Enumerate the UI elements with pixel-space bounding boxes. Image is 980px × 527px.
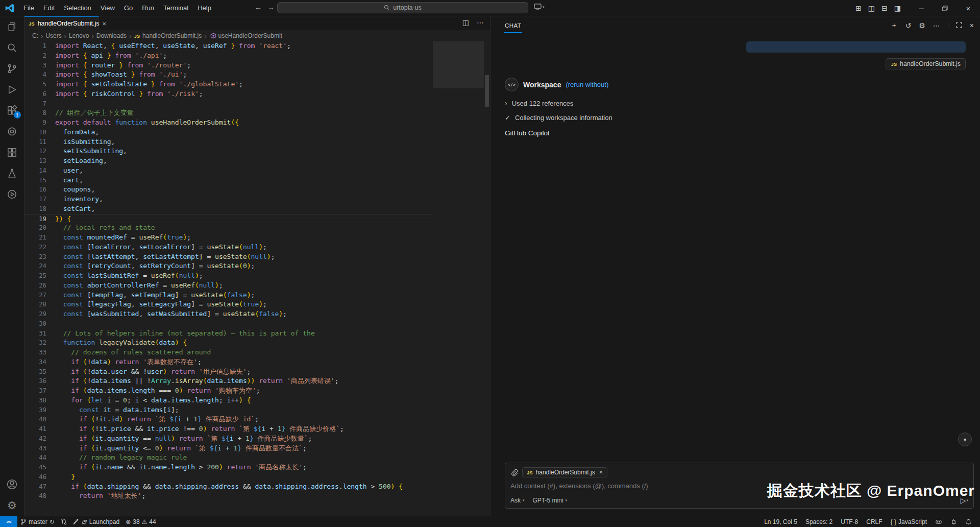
code-line[interactable]: 36 if (!data.items || !Array.isArray(dat… [24, 376, 433, 386]
minimap[interactable] [433, 41, 484, 516]
code-line[interactable]: 23 const [lastAttempt, setLastAttempt] =… [24, 252, 433, 262]
breadcrumb-item[interactable]: handleOrderSubmit.js [142, 32, 202, 39]
code-line[interactable]: 46 } [24, 472, 433, 482]
code-line[interactable]: 14 user, [24, 166, 433, 176]
menu-terminal[interactable]: Terminal [159, 3, 193, 14]
chat-close-icon[interactable]: × [970, 21, 974, 30]
code-line[interactable]: 26 const abortControllerRef = useRef(nul… [24, 281, 433, 291]
account-icon[interactable] [0, 474, 24, 495]
code-line[interactable]: 38 for (let i = 0; i < data.items.length… [24, 396, 433, 405]
editor-scrollbar[interactable] [484, 41, 490, 516]
editor-more-actions-icon[interactable]: ⋯ [477, 18, 484, 27]
menu-edit[interactable]: Edit [39, 3, 59, 14]
new-chat-icon[interactable]: ＋ [891, 21, 898, 30]
code-line[interactable]: 8// 组件／钩子上下文变量 [24, 108, 433, 118]
code-line[interactable]: 31 // Lots of helpers inline (not separa… [24, 329, 433, 339]
code-editor[interactable]: 1import React, { useEffect, useState, us… [24, 41, 433, 516]
menu-help[interactable]: Help [193, 3, 216, 14]
code-line[interactable]: 45 if (it.name && it.name.length > 200) … [24, 463, 433, 472]
command-center-search[interactable]: urtopia-us [277, 2, 528, 13]
notifications-item[interactable] [961, 516, 976, 527]
scrollbar-thumb[interactable] [485, 75, 489, 107]
code-line[interactable]: 29 const [wasSubmitted, setWasSubmitted]… [24, 309, 433, 319]
menu-view[interactable]: View [96, 3, 119, 14]
compare-branch-item[interactable] [58, 516, 70, 527]
feedback-item[interactable] [946, 516, 961, 527]
settings-gear-icon[interactable]: ⚙ [0, 495, 24, 516]
mode-dropdown[interactable]: Ask ▾ [510, 497, 525, 504]
minimap-slider[interactable] [433, 41, 484, 88]
code-line[interactable]: 4import { showToast } from './ui'; [24, 70, 433, 80]
window-close-button[interactable]: × [957, 0, 980, 16]
customize-layout-icon[interactable]: ⊞ [855, 4, 862, 12]
code-line[interactable]: 33 // dozens of rules scattered around [24, 348, 433, 357]
menu-run[interactable]: Run [137, 3, 159, 14]
code-line[interactable]: 28 const [legacyFlag, setLegacyFlag] = u… [24, 300, 433, 309]
code-line[interactable]: 40 if (!it.id) return `第 ${i + 1} 件商品缺少 … [24, 415, 433, 424]
menu-file[interactable]: File [19, 3, 39, 14]
forward-arrow-icon[interactable]: → [267, 3, 275, 11]
chat-settings-gear-icon[interactable]: ⚙ [919, 21, 925, 30]
scroll-to-bottom-button[interactable]: ▾ [958, 433, 972, 446]
code-line[interactable]: 2import { api } from './api'; [24, 51, 433, 61]
copilot-status-item[interactable] [931, 516, 946, 527]
model-dropdown[interactable]: GPT-5 mini ▾ [533, 497, 568, 504]
explorer-icon[interactable] [0, 16, 24, 37]
send-button[interactable]: ▷▾ [961, 496, 968, 505]
run-debug-icon[interactable] [0, 79, 24, 100]
search-view-icon[interactable] [0, 37, 24, 58]
code-line[interactable]: 9export default function useHandleOrderS… [24, 118, 433, 128]
code-line[interactable]: 7 [24, 99, 433, 109]
code-line[interactable]: 11 isSubmitting, [24, 137, 433, 147]
code-line[interactable]: 20 // local refs and state [24, 223, 433, 233]
remote-indicator[interactable]: >< [0, 516, 17, 527]
toggle-sidebar-icon[interactable]: ◫ [868, 4, 875, 12]
code-line[interactable]: 48 return '地址太长'; [24, 491, 433, 501]
tab-handleordersubmit[interactable]: JS handleOrderSubmit.js × [24, 16, 99, 30]
code-line[interactable]: 18 setCart, [24, 204, 433, 214]
code-line[interactable]: 37 if (data.items.length === 0) return '… [24, 386, 433, 396]
toggle-panel-icon[interactable]: ⊟ [881, 4, 888, 12]
extensions-icon[interactable]: 1 [0, 100, 24, 121]
code-line[interactable]: 1import React, { useEffect, useState, us… [24, 41, 433, 51]
code-line[interactable]: 13 setLoading, [24, 156, 433, 166]
used-references-toggle[interactable]: › Used 122 references [505, 99, 966, 107]
back-arrow-icon[interactable]: ← [255, 3, 262, 11]
code-line[interactable]: 27 const [tempFlag, setTempFlag] = useSt… [24, 291, 433, 300]
code-line[interactable]: 22 const [localError, setLocalError] = u… [24, 243, 433, 252]
code-line[interactable]: 32 function legacyValidate(data) { [24, 338, 433, 348]
code-line[interactable]: 21 const mountedRef = useRef(true); [24, 233, 433, 243]
code-line[interactable]: 41 if (!it.price && it.price !== 0) retu… [24, 424, 433, 434]
breadcrumb-item[interactable]: useHandleOrderSubmit [218, 32, 282, 39]
chat-input-box[interactable]: JS handleOrderSubmit.js × Add context (#… [505, 463, 974, 509]
code-line[interactable]: 19}) { [24, 214, 433, 224]
tab-chat[interactable]: CHAT [505, 20, 521, 31]
source-control-icon[interactable] [0, 58, 24, 79]
code-line[interactable]: 47 if (data.shipping && data.shipping.ad… [24, 482, 433, 492]
code-line[interactable]: 6import { riskControl } from './risk'; [24, 89, 433, 99]
extension-flask-icon[interactable] [0, 163, 24, 184]
chat-more-icon[interactable]: ⋯ [933, 21, 940, 30]
code-line[interactable]: 3import { router } from './router'; [24, 61, 433, 70]
code-line[interactable]: 42 if (it.quantity == null) return `第 ${… [24, 434, 433, 444]
attach-context-paperclip-icon[interactable] [510, 469, 518, 476]
encoding-item[interactable]: UTF-8 [837, 516, 862, 527]
breadcrumb-item[interactable]: Lenovo [69, 32, 89, 39]
chat-input-placeholder[interactable]: Add context (#), extensions (@), command… [510, 482, 968, 490]
code-line[interactable]: 43 if (it.quantity <= 0) return `第 ${i +… [24, 444, 433, 453]
code-line[interactable]: 39 const it = data.items[i]; [24, 405, 433, 415]
breadcrumb-item[interactable]: Users [45, 32, 61, 39]
code-line[interactable]: 25 const lastSubmitRef = useRef(null); [24, 271, 433, 281]
code-line[interactable]: 10 formData, [24, 128, 433, 137]
code-line[interactable]: 15 cart, [24, 176, 433, 185]
code-line[interactable]: 24 const [retryCount, setRetryCount] = u… [24, 261, 433, 271]
backup-sync-icon[interactable]: ▾ [534, 4, 545, 10]
indentation-item[interactable]: Spaces: 2 [801, 516, 837, 527]
code-line[interactable]: 30 [24, 319, 433, 329]
window-restore-button[interactable] [933, 0, 957, 16]
chat-history-icon[interactable]: ↺ [905, 21, 912, 30]
remove-context-icon[interactable]: × [599, 469, 603, 476]
menu-selection[interactable]: Selection [59, 3, 95, 14]
language-mode-item[interactable]: { } JavaScript [887, 516, 931, 527]
split-editor-icon[interactable]: ◫ [462, 18, 469, 27]
